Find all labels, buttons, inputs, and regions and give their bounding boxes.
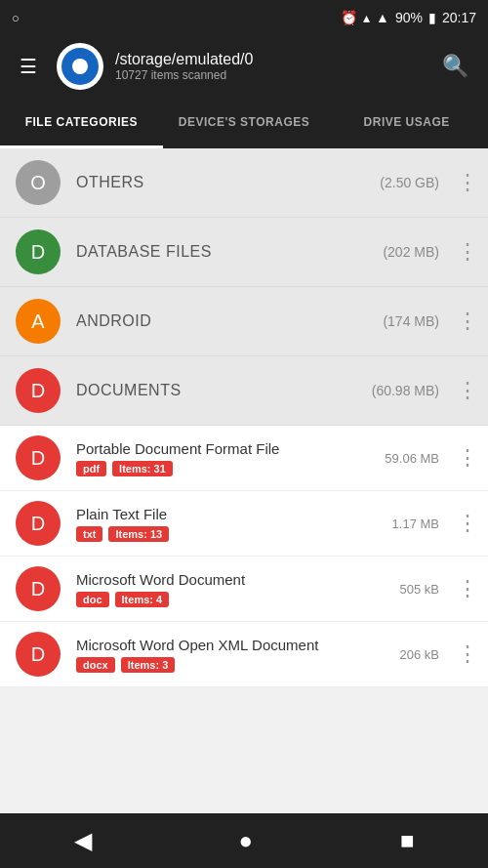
- file-icon-txt: D: [16, 501, 61, 546]
- alarm-icon: ⏰: [341, 10, 357, 25]
- category-icon-android: A: [16, 299, 61, 344]
- status-bar: ○ ⏰ ▴ ▲ 90% ▮ 20:17: [0, 0, 488, 35]
- tab-bar: FILE CATEGORIES DEVICE'S STORAGES DRIVE …: [0, 98, 488, 148]
- category-database[interactable]: D DATABASE FILES (202 MB) ⋮: [0, 218, 488, 287]
- file-info-txt: Plain Text File txt Items: 13: [76, 506, 392, 542]
- file-name-doc: Microsoft Word Document: [76, 571, 400, 588]
- bottom-nav: ◀ ● ■: [0, 813, 488, 868]
- file-row-docx[interactable]: D Microsoft Word Open XML Document docx …: [0, 622, 488, 687]
- category-size-android: (174 MB): [383, 313, 439, 329]
- file-icon-pdf: D: [16, 435, 61, 480]
- status-left: ○: [12, 11, 20, 25]
- more-button-docx[interactable]: ⋮: [447, 634, 488, 675]
- signal-bars-icon: ▲: [376, 10, 389, 25]
- file-name-txt: Plain Text File: [76, 506, 392, 522]
- file-size-docx: 206 kB: [400, 647, 439, 662]
- category-documents[interactable]: D DOCUMENTS (60.98 MB) ⋮: [0, 356, 488, 426]
- home-button[interactable]: ●: [220, 819, 273, 862]
- category-icon-documents: D: [16, 368, 61, 413]
- back-button[interactable]: ◀: [55, 819, 111, 862]
- app-bar: ☰ /storage/emulated/0 10727 items scanne…: [0, 35, 488, 98]
- menu-button[interactable]: ☰: [12, 49, 45, 84]
- file-tags-txt: txt Items: 13: [76, 526, 392, 542]
- category-name-database: DATABASE FILES: [76, 243, 383, 261]
- more-button-others[interactable]: ⋮: [447, 162, 488, 203]
- more-button-doc[interactable]: ⋮: [447, 568, 488, 609]
- tab-device-storages[interactable]: DEVICE'S STORAGES: [163, 98, 326, 148]
- file-tags-docx: docx Items: 3: [76, 657, 400, 673]
- tag-doc-items: Items: 4: [115, 592, 170, 607]
- search-button[interactable]: 🔍: [434, 46, 476, 87]
- signal-icon: ○: [12, 11, 20, 25]
- wifi-icon: ▴: [363, 10, 370, 25]
- tag-doc-ext: doc: [76, 592, 109, 607]
- more-button-pdf[interactable]: ⋮: [447, 437, 488, 478]
- app-path: /storage/emulated/0: [115, 51, 423, 68]
- tag-txt-items: Items: 13: [108, 526, 169, 542]
- tag-txt-ext: txt: [76, 526, 102, 542]
- more-button-documents[interactable]: ⋮: [447, 370, 488, 411]
- category-icon-others: O: [16, 160, 61, 205]
- tag-pdf-ext: pdf: [76, 461, 106, 476]
- tag-docx-items: Items: 3: [121, 657, 176, 673]
- file-name-docx: Microsoft Word Open XML Document: [76, 637, 400, 653]
- more-button-txt[interactable]: ⋮: [447, 503, 488, 544]
- file-tags-pdf: pdf Items: 31: [76, 461, 385, 476]
- app-icon-inner: [61, 48, 99, 85]
- app-subtitle: 10727 items scanned: [115, 68, 423, 82]
- more-button-android[interactable]: ⋮: [447, 301, 488, 342]
- file-info-pdf: Portable Document Format File pdf Items:…: [76, 440, 385, 476]
- category-name-android: ANDROID: [76, 312, 383, 330]
- file-row-txt[interactable]: D Plain Text File txt Items: 13 1.17 MB …: [0, 491, 488, 557]
- status-right: ⏰ ▴ ▲ 90% ▮ 20:17: [341, 10, 476, 25]
- file-tags-doc: doc Items: 4: [76, 592, 400, 607]
- file-size-doc: 505 kB: [400, 582, 439, 597]
- tag-docx-ext: docx: [76, 657, 115, 673]
- file-icon-doc: D: [16, 566, 61, 611]
- time-display: 20:17: [442, 10, 476, 25]
- tag-pdf-items: Items: 31: [112, 461, 173, 476]
- file-row-pdf[interactable]: D Portable Document Format File pdf Item…: [0, 426, 488, 491]
- category-name-others: OTHERS: [76, 174, 380, 191]
- category-others[interactable]: O OTHERS (2.50 GB) ⋮: [0, 148, 488, 218]
- file-info-doc: Microsoft Word Document doc Items: 4: [76, 571, 400, 607]
- category-size-others: (2.50 GB): [380, 175, 439, 190]
- file-row-doc[interactable]: D Microsoft Word Document doc Items: 4 5…: [0, 557, 488, 622]
- recent-button[interactable]: ■: [381, 819, 434, 862]
- app-icon: [57, 43, 103, 90]
- battery-icon: ▮: [428, 10, 436, 25]
- category-icon-database: D: [16, 229, 61, 274]
- file-name-pdf: Portable Document Format File: [76, 440, 385, 457]
- list-container: O OTHERS (2.50 GB) ⋮ D DATABASE FILES (2…: [0, 148, 488, 687]
- file-size-txt: 1.17 MB: [392, 517, 439, 531]
- category-size-documents: (60.98 MB): [372, 383, 439, 398]
- more-button-database[interactable]: ⋮: [447, 231, 488, 272]
- app-title-block: /storage/emulated/0 10727 items scanned: [115, 51, 423, 82]
- file-info-docx: Microsoft Word Open XML Document docx It…: [76, 637, 400, 673]
- category-android[interactable]: A ANDROID (174 MB) ⋮: [0, 287, 488, 356]
- category-size-database: (202 MB): [383, 244, 439, 260]
- file-size-pdf: 59.06 MB: [385, 451, 439, 466]
- battery-text: 90%: [395, 10, 423, 25]
- tab-drive-usage[interactable]: DRIVE USAGE: [325, 98, 488, 148]
- file-icon-docx: D: [16, 632, 61, 677]
- category-name-documents: DOCUMENTS: [76, 382, 372, 399]
- tab-file-categories[interactable]: FILE CATEGORIES: [0, 98, 163, 148]
